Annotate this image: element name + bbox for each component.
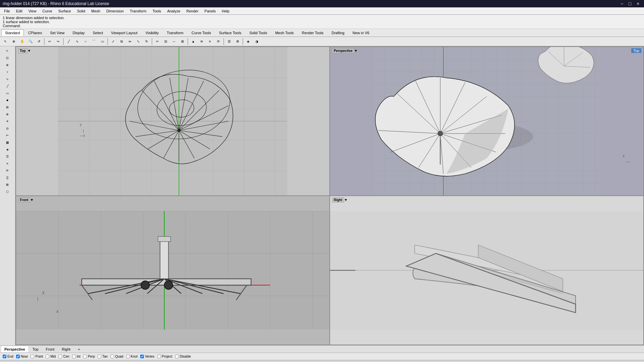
tab-visibility[interactable]: Visibility xyxy=(142,29,163,36)
menu-view[interactable]: View xyxy=(26,8,39,14)
tool-mirror[interactable]: ⇔ xyxy=(126,38,134,46)
viewport-right[interactable]: Right ▾ xyxy=(330,196,643,345)
snap-disable[interactable]: Disable xyxy=(175,355,191,358)
tool-circle[interactable]: ○ xyxy=(82,38,90,46)
sb-mesh[interactable]: ⊞ xyxy=(1,104,14,111)
tool-split[interactable]: ⊟ xyxy=(162,38,170,46)
tool-arc[interactable]: ⌒ xyxy=(90,38,98,46)
sb-cage[interactable]: ⊠ xyxy=(1,181,14,188)
viewport-perspective[interactable]: Perspective ▾ Top xyxy=(330,47,643,195)
vp-tab-perspective[interactable]: Perspective xyxy=(1,346,28,352)
tool-curve[interactable]: ∿ xyxy=(73,38,81,46)
tool-revolve[interactable]: ⟳ xyxy=(214,38,222,46)
sb-snap[interactable]: ⊗ xyxy=(1,111,14,118)
tab-drafting[interactable]: Drafting xyxy=(328,29,348,36)
menu-tools[interactable]: Tools xyxy=(150,8,164,14)
tool-shade[interactable]: ◑ xyxy=(253,38,261,46)
snap-end[interactable]: End xyxy=(3,355,13,358)
maximize-btn[interactable]: □ xyxy=(627,0,633,7)
tool-redo[interactable]: ↪ xyxy=(54,38,62,46)
tool-render-btn[interactable]: ◈ xyxy=(244,38,252,46)
sb-render[interactable]: ◈ xyxy=(1,146,14,153)
snap-project-check[interactable] xyxy=(157,355,161,358)
vp-right-arrow[interactable]: ▾ xyxy=(345,198,347,202)
vp-front-dropdown[interactable]: Front xyxy=(18,197,30,202)
vp-perspective-dropdown[interactable]: Perspective xyxy=(332,48,354,53)
vp-tab-top[interactable]: Top xyxy=(30,346,42,352)
tool-move[interactable]: ⤢ xyxy=(109,38,117,46)
snap-mid[interactable]: Mid xyxy=(46,355,56,358)
sb-dim[interactable]: ⊢ xyxy=(1,132,14,139)
snap-int-check[interactable] xyxy=(72,355,76,358)
window-controls[interactable]: − □ × xyxy=(619,0,641,7)
tool-zoom[interactable]: 🔍 xyxy=(26,38,35,46)
tab-transform[interactable]: Transform xyxy=(163,29,187,36)
sb-curve[interactable]: ∿ xyxy=(1,76,14,82)
snap-perp[interactable]: Perp xyxy=(83,355,95,358)
viewport-front[interactable]: Front ▾ xyxy=(16,196,329,345)
snap-near[interactable]: Near xyxy=(16,355,28,358)
snap-point[interactable]: Point xyxy=(31,355,43,358)
sb-hatch[interactable]: ▦ xyxy=(1,139,14,146)
snap-tan[interactable]: Tan xyxy=(98,355,108,358)
sb-light[interactable]: ☀ xyxy=(1,118,14,125)
sb-subd[interactable]: ⬡ xyxy=(1,188,14,195)
snap-near-check[interactable] xyxy=(16,355,20,358)
tool-scale[interactable]: ⤡ xyxy=(134,38,142,46)
sb-solid[interactable]: ■ xyxy=(1,97,14,104)
tab-select[interactable]: Select xyxy=(89,29,107,36)
vp-right-dropdown[interactable]: Right xyxy=(332,197,344,202)
menu-help[interactable]: Help xyxy=(219,8,232,14)
snap-point-check[interactable] xyxy=(31,355,34,358)
vp-perspective-arrow[interactable]: ▾ xyxy=(355,49,357,53)
menu-curve[interactable]: Curve xyxy=(40,8,55,14)
snap-knot-check[interactable] xyxy=(126,355,130,358)
menu-surface[interactable]: Surface xyxy=(56,8,74,14)
menu-mesh[interactable]: Mesh xyxy=(89,8,103,14)
tool-join[interactable]: ⊞ xyxy=(178,38,186,46)
tool-undo[interactable]: ↩ xyxy=(46,38,54,46)
tab-rendertools[interactable]: Render Tools xyxy=(298,29,327,36)
menu-file[interactable]: File xyxy=(1,8,13,14)
menu-analyze[interactable]: Analyze xyxy=(164,8,183,14)
sb-prop[interactable]: ≡ xyxy=(1,160,14,167)
vp-top-dropdown[interactable]: Top xyxy=(18,48,28,53)
tool-extrude[interactable]: ▲ xyxy=(189,38,197,46)
snap-end-check[interactable] xyxy=(3,355,6,358)
tool-properties[interactable]: ⚙ xyxy=(233,38,241,46)
snap-cen-check[interactable] xyxy=(58,355,62,358)
tool-sweep[interactable]: ≋ xyxy=(198,38,206,46)
sb-script[interactable]: {} xyxy=(1,174,14,181)
menu-solid[interactable]: Solid xyxy=(74,8,88,14)
sb-gumball[interactable]: ⊕ xyxy=(1,62,14,68)
sb-surface[interactable]: ▭ xyxy=(1,90,14,97)
menu-edit[interactable]: Edit xyxy=(13,8,25,14)
tool-rect[interactable]: ▭ xyxy=(98,38,106,46)
vp-front-arrow[interactable]: ▾ xyxy=(31,198,33,202)
snap-vertex-check[interactable] xyxy=(140,355,144,358)
snap-cen[interactable]: Cen xyxy=(58,355,69,358)
vp-perspective-label[interactable]: Perspective ▾ xyxy=(332,48,357,53)
tab-curvetools[interactable]: Curve Tools xyxy=(188,29,215,36)
snap-int[interactable]: Int xyxy=(72,355,80,358)
vp-top-label[interactable]: Top ▾ xyxy=(18,48,30,53)
tool-line[interactable]: ╱ xyxy=(65,38,73,46)
close-btn[interactable]: × xyxy=(635,0,641,7)
tool-copy[interactable]: ⧉ xyxy=(117,38,125,46)
tool-select[interactable]: ↖ xyxy=(1,38,9,46)
sb-select-box[interactable]: ⊡ xyxy=(1,55,14,61)
snap-knot[interactable]: Knot xyxy=(126,355,138,358)
snap-project[interactable]: Project xyxy=(157,355,172,358)
tab-display[interactable]: Display xyxy=(69,29,88,36)
tab-viewportlayout[interactable]: Viewport Layout xyxy=(107,29,141,36)
menu-render[interactable]: Render xyxy=(184,8,201,14)
snap-disable-check[interactable] xyxy=(175,355,179,358)
sb-line[interactable]: ╱ xyxy=(1,83,14,89)
tab-surfacetools[interactable]: Surface Tools xyxy=(215,29,245,36)
tool-layer[interactable]: ☰ xyxy=(225,38,233,46)
vp-top-arrow[interactable]: ▾ xyxy=(28,49,30,53)
tool-loft[interactable]: ≡ xyxy=(206,38,214,46)
tab-solidtools[interactable]: Solid Tools xyxy=(246,29,271,36)
minimize-btn[interactable]: − xyxy=(619,0,625,7)
tab-standard[interactable]: Standard xyxy=(1,29,24,36)
